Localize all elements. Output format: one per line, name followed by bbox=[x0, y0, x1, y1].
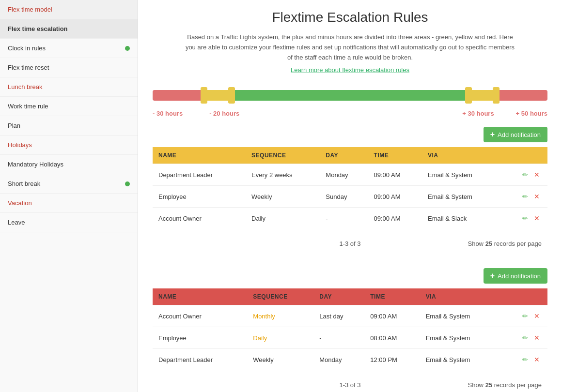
sidebar-item-short-break[interactable]: Short break bbox=[0, 174, 138, 194]
cell-via: Email & System bbox=[422, 186, 501, 208]
sidebar-item-flex-time-model[interactable]: Flex time model bbox=[0, 0, 138, 19]
cell-name: Account Owner bbox=[153, 208, 246, 229]
sidebar-item-vacation[interactable]: Vacation bbox=[0, 194, 138, 213]
track-red-left bbox=[153, 90, 204, 101]
slider-labels-left: - 30 hours - 20 hours bbox=[153, 110, 239, 117]
track-green bbox=[232, 90, 468, 101]
sidebar-item-label: Leave bbox=[8, 219, 25, 226]
col-via-2: VIA bbox=[420, 288, 500, 305]
learn-more-link[interactable]: Learn more about flextime escalation rul… bbox=[153, 66, 547, 74]
cell-actions: ✏ ✕ bbox=[501, 208, 547, 229]
cell-sequence: Daily bbox=[246, 208, 320, 229]
col-sequence-2: SEQUENCE bbox=[247, 288, 313, 305]
cell-name: Department Leader bbox=[153, 349, 247, 371]
col-via-1: VIA bbox=[422, 147, 501, 164]
cell-day: Sunday bbox=[320, 186, 368, 208]
track-yellow-right bbox=[468, 90, 496, 101]
delete-button[interactable]: ✕ bbox=[532, 333, 542, 343]
page-description: Based on a Traffic Lights system, the pl… bbox=[186, 32, 515, 62]
notification-table-1: NAME SEQUENCE DAY TIME VIA Department Le… bbox=[153, 147, 547, 229]
cell-sequence: Daily bbox=[247, 327, 313, 349]
cell-day: - bbox=[320, 208, 368, 229]
edit-button[interactable]: ✏ bbox=[520, 170, 530, 180]
sidebar-item-label: Vacation bbox=[8, 199, 32, 207]
plus-icon-2: + bbox=[490, 271, 495, 280]
cell-time: 09:00 AM bbox=[368, 186, 422, 208]
cell-time: 09:00 AM bbox=[364, 305, 420, 327]
col-day-2: DAY bbox=[313, 288, 364, 305]
delete-button[interactable]: ✕ bbox=[532, 213, 542, 223]
sidebar-item-holidays[interactable]: Holidays bbox=[0, 136, 138, 155]
flextime-slider[interactable] bbox=[153, 83, 547, 107]
cell-via: Email & System bbox=[420, 327, 500, 349]
notification-table-2: NAME SEQUENCE DAY TIME VIA Account Owner… bbox=[153, 288, 547, 370]
cell-time: 12:00 PM bbox=[364, 349, 420, 371]
cell-name: Employee bbox=[153, 327, 247, 349]
sidebar-item-clock-in-rules[interactable]: Clock in rules bbox=[0, 39, 138, 58]
delete-button[interactable]: ✕ bbox=[532, 311, 542, 321]
slider-label-plus30: + 30 hours bbox=[462, 110, 494, 117]
add-notification-button-2[interactable]: + Add notification bbox=[484, 268, 547, 284]
table-1-footer: 1-3 of 3 Show 25 records per page bbox=[153, 231, 547, 256]
sidebar-item-flex-time-escalation[interactable]: Flex time escalation bbox=[0, 19, 138, 39]
sidebar-item-label: Flex time reset bbox=[8, 64, 49, 71]
edit-button[interactable]: ✏ bbox=[520, 333, 530, 343]
sidebar-item-lunch-break[interactable]: Lunch break bbox=[0, 77, 138, 97]
col-sequence-1: SEQUENCE bbox=[246, 147, 320, 164]
col-name-1: NAME bbox=[153, 147, 246, 164]
table-row: Department Leader Weekly Monday 12:00 PM… bbox=[153, 349, 547, 371]
delete-button[interactable]: ✕ bbox=[532, 355, 542, 364]
cell-name: Account Owner bbox=[153, 305, 247, 327]
cell-time: 08:00 AM bbox=[364, 327, 420, 349]
col-actions-2 bbox=[500, 288, 547, 305]
cell-actions: ✏ ✕ bbox=[501, 186, 547, 208]
cell-day: Last day bbox=[313, 305, 364, 327]
table-2-body: Account Owner Monthly Last day 09:00 AM … bbox=[153, 305, 547, 371]
table-1-body: Department Leader Every 2 weeks Monday 0… bbox=[153, 164, 547, 229]
col-name-2: NAME bbox=[153, 288, 247, 305]
add-notification-section-2: + Add notification bbox=[153, 268, 547, 288]
table-2-footer: 1-3 of 3 Show 25 records per page bbox=[153, 373, 547, 392]
sidebar-item-label: Flex time escalation bbox=[8, 25, 68, 32]
cell-via: Email & System bbox=[420, 349, 500, 371]
cell-day: Monday bbox=[320, 164, 368, 186]
edit-button[interactable]: ✏ bbox=[520, 213, 530, 223]
slider-handle-2[interactable] bbox=[228, 87, 235, 104]
sidebar-item-label: Short break bbox=[8, 180, 40, 187]
sidebar-item-leave[interactable]: Leave bbox=[0, 213, 138, 232]
cell-time: 09:00 AM bbox=[368, 164, 422, 186]
delete-button[interactable]: ✕ bbox=[532, 192, 542, 201]
edit-button[interactable]: ✏ bbox=[520, 192, 530, 201]
add-notification-label-2: Add notification bbox=[498, 272, 541, 280]
cell-actions: ✏ ✕ bbox=[501, 164, 547, 186]
records-count-2: 25 bbox=[485, 381, 492, 389]
slider-handle-4[interactable] bbox=[493, 87, 500, 104]
pagination-1: 1-3 of 3 bbox=[334, 235, 365, 252]
sidebar-item-work-time-rule[interactable]: Work time rule bbox=[0, 97, 138, 116]
sidebar-item-flex-time-reset[interactable]: Flex time reset bbox=[0, 58, 138, 77]
cell-via: Email & System bbox=[420, 305, 500, 327]
slider-label-plus50: + 50 hours bbox=[516, 110, 547, 117]
cell-actions: ✏ ✕ bbox=[500, 327, 547, 349]
slider-handle-3[interactable] bbox=[465, 87, 472, 104]
cell-via: Email & System bbox=[422, 164, 501, 186]
page-title: Flextime Escalation Rules bbox=[153, 10, 547, 25]
cell-sequence: Weekly bbox=[247, 349, 313, 371]
edit-button[interactable]: ✏ bbox=[520, 355, 530, 364]
cell-day: Monday bbox=[313, 349, 364, 371]
add-notification-button-1[interactable]: + Add notification bbox=[484, 127, 547, 142]
sidebar-item-label: Plan bbox=[8, 122, 20, 129]
col-actions-1 bbox=[501, 147, 547, 164]
slider-handle-1[interactable] bbox=[201, 87, 207, 104]
cell-via: Email & Slack bbox=[422, 208, 501, 229]
table-row: Department Leader Every 2 weeks Monday 0… bbox=[153, 164, 547, 186]
sidebar: Flex time model Flex time escalation Clo… bbox=[0, 0, 138, 392]
sidebar-item-mandatory-holidays[interactable]: Mandatory Holidays bbox=[0, 155, 138, 174]
sidebar-item-label: Mandatory Holidays bbox=[8, 161, 63, 168]
records-label-1: records per page bbox=[494, 240, 542, 247]
delete-button[interactable]: ✕ bbox=[532, 170, 542, 180]
sidebar-item-plan[interactable]: Plan bbox=[0, 116, 138, 136]
edit-button[interactable]: ✏ bbox=[520, 311, 530, 321]
records-count-1: 25 bbox=[485, 240, 492, 247]
records-per-page-2: Show 25 records per page bbox=[366, 381, 542, 389]
